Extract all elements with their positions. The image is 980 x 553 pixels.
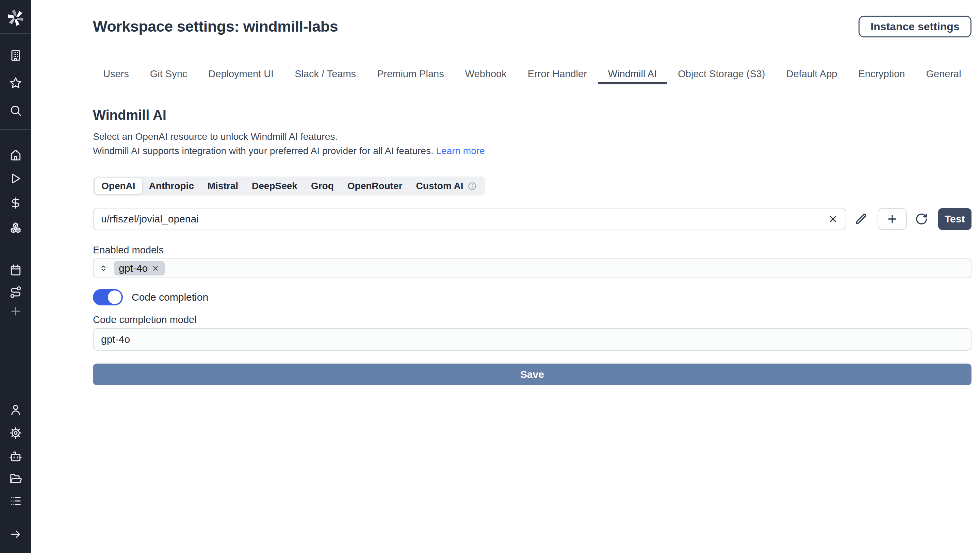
provider-tab-groq[interactable]: Groq <box>304 178 340 194</box>
collapse-arrow-right-icon[interactable] <box>9 528 22 541</box>
provider-tab-label: OpenAI <box>102 181 135 191</box>
sidebar-divider <box>0 129 31 130</box>
tab-git-sync[interactable]: Git Sync <box>140 64 198 84</box>
edit-pencil-icon[interactable] <box>854 211 869 227</box>
tab-windmill-ai[interactable]: Windmill AI <box>598 64 667 84</box>
tab-premium-plans[interactable]: Premium Plans <box>367 64 454 84</box>
provider-tab-openai[interactable]: OpenAI <box>95 178 142 194</box>
sidebar <box>0 0 31 553</box>
sidebar-divider <box>0 33 31 34</box>
model-tag-label: gpt-4o <box>119 262 148 274</box>
resource-input-wrap <box>93 208 846 230</box>
resource-row: Test <box>93 208 972 230</box>
resources-boxes-icon[interactable] <box>9 221 22 235</box>
clear-resource-icon[interactable] <box>828 213 840 225</box>
add-resource-button[interactable] <box>878 208 907 230</box>
provider-tab-custom-ai[interactable]: Custom AI <box>409 178 484 194</box>
code-completion-row: Code completion <box>93 289 972 305</box>
code-completion-model-label: Code completion model <box>93 314 972 326</box>
provider-tab-mistral[interactable]: Mistral <box>201 178 245 194</box>
test-button[interactable]: Test <box>938 208 972 230</box>
code-completion-label: Code completion <box>132 291 208 303</box>
instance-settings-button[interactable]: Instance settings <box>859 16 971 37</box>
provider-tab-label: Anthropic <box>149 181 194 191</box>
tab-webhook[interactable]: Webhook <box>455 64 517 84</box>
tab-deployment-ui[interactable]: Deployment UI <box>198 64 284 84</box>
resource-input[interactable] <box>93 208 846 230</box>
page-title: Workspace settings: windmill-labs <box>93 17 338 35</box>
chevrons-up-down-icon <box>99 264 108 273</box>
user-icon[interactable] <box>9 403 22 416</box>
code-completion-model-input[interactable] <box>93 328 972 351</box>
model-tag-gpt-4o: gpt-4o <box>114 261 165 275</box>
provider-tab-anthropic[interactable]: Anthropic <box>142 178 201 194</box>
windmill-logo[interactable] <box>7 9 24 27</box>
usage-dollar-icon[interactable] <box>9 196 22 210</box>
enabled-models-label: Enabled models <box>93 245 972 256</box>
add-plus-icon[interactable] <box>9 304 22 318</box>
info-icon <box>468 182 477 191</box>
runs-play-icon[interactable] <box>9 172 22 185</box>
toggle-knob <box>108 291 121 304</box>
refresh-icon[interactable] <box>915 211 930 227</box>
remove-tag-icon[interactable] <box>152 264 160 272</box>
tab-general[interactable]: General <box>916 64 972 84</box>
provider-tab-label: Groq <box>311 181 334 191</box>
workspace-icon[interactable] <box>9 49 22 62</box>
home-icon[interactable] <box>9 148 22 162</box>
provider-tabs: OpenAIAnthropicMistralDeepSeekGroqOpenRo… <box>93 176 485 195</box>
section-heading: Windmill AI <box>93 108 972 123</box>
enabled-models-multiselect[interactable]: gpt-4o <box>93 259 972 278</box>
tab-slack-teams[interactable]: Slack / Teams <box>285 64 366 84</box>
tab-error-handler[interactable]: Error Handler <box>517 64 597 84</box>
favorites-star-icon[interactable] <box>9 76 22 90</box>
tab-default-app[interactable]: Default App <box>776 64 848 84</box>
provider-tab-label: Custom AI <box>416 181 463 191</box>
save-button[interactable]: Save <box>93 364 972 385</box>
provider-tab-label: Mistral <box>208 181 238 191</box>
provider-tab-label: DeepSeek <box>252 181 298 191</box>
model-tags: gpt-4o <box>114 261 165 275</box>
flows-route-icon[interactable] <box>9 285 22 299</box>
settings-tabs: UsersGit SyncDeployment UISlack / TeamsP… <box>93 64 972 84</box>
page-header: Workspace settings: windmill-labs Instan… <box>93 16 972 37</box>
settings-gear-icon[interactable] <box>9 426 22 440</box>
schedules-calendar-icon[interactable] <box>9 263 22 277</box>
search-icon[interactable] <box>9 104 22 118</box>
folders-icon[interactable] <box>9 472 22 485</box>
tab-encryption[interactable]: Encryption <box>848 64 915 84</box>
tab-users[interactable]: Users <box>93 64 139 84</box>
provider-tab-deepseek[interactable]: DeepSeek <box>245 178 304 194</box>
section-description: Select an OpenAI resource to unlock Wind… <box>93 130 972 158</box>
provider-tab-label: OpenRouter <box>347 181 402 191</box>
audit-list-icon[interactable] <box>9 494 22 508</box>
learn-more-link[interactable]: Learn more <box>436 146 485 156</box>
provider-tab-openrouter[interactable]: OpenRouter <box>340 178 409 194</box>
description-line-1: Select an OpenAI resource to unlock Wind… <box>93 130 972 144</box>
workers-bot-icon[interactable] <box>9 450 22 463</box>
tab-object-storage-s3[interactable]: Object Storage (S3) <box>668 64 775 84</box>
code-completion-toggle[interactable] <box>93 289 123 305</box>
main-content: Workspace settings: windmill-labs Instan… <box>31 0 980 553</box>
description-line-2: Windmill AI supports integration with yo… <box>93 144 972 158</box>
